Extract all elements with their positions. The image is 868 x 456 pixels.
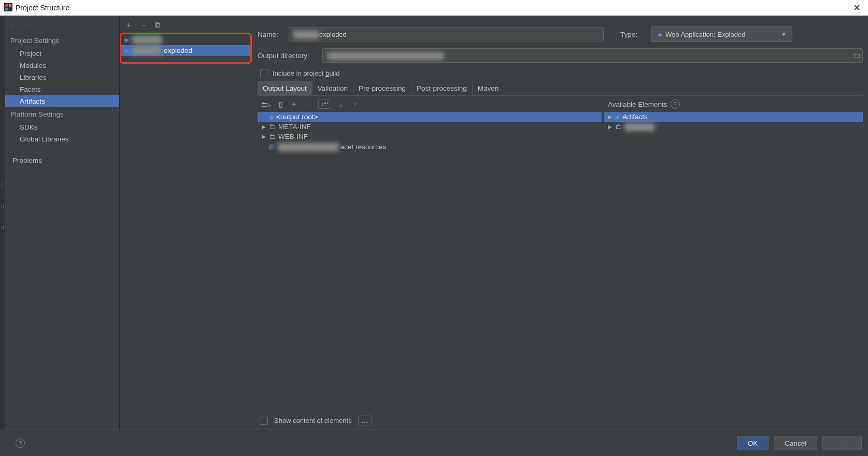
- tab-output-layout[interactable]: Output Layout: [258, 81, 312, 95]
- name-label: Name:: [258, 31, 283, 38]
- window-title: Project Structure: [16, 4, 69, 12]
- svg-rect-2: [9, 4, 11, 7]
- svg-rect-1: [5, 4, 8, 7]
- sort-icon[interactable]: ↓ᵃᶻ: [318, 99, 331, 109]
- sidebar-item-global-libraries[interactable]: Global Libraries: [5, 133, 119, 145]
- output-dir-label: Output directory:: [258, 52, 317, 60]
- project-settings-heading: Project Settings: [5, 34, 119, 48]
- svg-rect-3: [5, 8, 8, 10]
- sidebar-item-problems[interactable]: Problems: [5, 154, 119, 166]
- web-facet-icon: ▦: [269, 142, 276, 151]
- move-down-icon[interactable]: ▼: [351, 100, 360, 108]
- chevron-right-icon[interactable]: ▶: [607, 124, 613, 130]
- new-folder-icon[interactable]: 🗀₊: [260, 100, 273, 108]
- artifact-tabs: Output Layout Validation Pre-processing …: [258, 81, 863, 96]
- apply-button[interactable]: Apply: [822, 436, 862, 450]
- tab-maven[interactable]: Maven: [473, 81, 505, 95]
- available-module-node[interactable]: ▶ 🗀 ██████: [604, 122, 863, 132]
- platform-settings-heading: Platform Settings: [5, 107, 119, 121]
- artifact-icon: ◈: [124, 36, 129, 44]
- output-root-icon: ◈: [269, 113, 274, 121]
- tab-preprocessing[interactable]: Pre-processing: [353, 81, 411, 95]
- chevron-right-icon[interactable]: ▶: [261, 134, 267, 139]
- name-input[interactable]: █████exploded: [289, 27, 604, 41]
- sidebar-item-facets[interactable]: Facets: [5, 83, 119, 95]
- include-build-label: Include in project build: [273, 69, 339, 77]
- nav-forward-icon[interactable]: →: [23, 21, 30, 30]
- sidebar-item-sdks[interactable]: SDKs: [5, 121, 119, 133]
- ok-button[interactable]: OK: [737, 436, 769, 450]
- sidebar-item-libraries[interactable]: Libraries: [5, 72, 119, 83]
- tree-web-inf[interactable]: ▶ 🗀 WEB-INF: [258, 132, 602, 141]
- move-up-icon[interactable]: ▲: [336, 100, 346, 108]
- include-build-checkbox[interactable]: [260, 69, 268, 77]
- available-artifacts-node[interactable]: ▶ ◈ Artifacts: [604, 112, 863, 122]
- new-archive-icon[interactable]: ▯: [278, 100, 284, 108]
- tree-meta-inf[interactable]: ▶ 🗀 META-INF: [258, 122, 602, 132]
- tree-output-root[interactable]: ◈ <output root>: [258, 112, 602, 122]
- artifacts-list-panel: ＋ － ⧉ ◈ ██████ ◈ ██████ exploded: [120, 16, 252, 430]
- type-dropdown[interactable]: ◈ Web Application: Exploded ▼: [651, 26, 792, 42]
- show-content-options-button[interactable]: …: [358, 416, 372, 425]
- footer-help-icon[interactable]: ?: [16, 438, 25, 448]
- add-copy-icon[interactable]: ＋: [289, 99, 298, 109]
- left-gutter: c h d: [0, 16, 5, 430]
- tab-postprocessing[interactable]: Post-processing: [411, 81, 473, 95]
- app-logo-icon: [4, 3, 12, 13]
- copy-icon[interactable]: ⧉: [155, 20, 161, 30]
- sidebar-item-modules[interactable]: Modules: [5, 60, 119, 72]
- close-icon[interactable]: ✕: [850, 2, 864, 13]
- remove-icon[interactable]: －: [140, 20, 148, 30]
- browse-folder-icon[interactable]: 🗀: [853, 51, 860, 59]
- artifact-icon: ◈: [615, 113, 620, 121]
- module-icon: 🗀: [615, 123, 622, 131]
- artifact-details: Name: █████exploded Type: ◈ Web Applicat…: [252, 16, 868, 430]
- type-label: Type:: [620, 31, 646, 38]
- tab-validation[interactable]: Validation: [312, 81, 353, 95]
- dialog-footer: ? OK Cancel Apply: [0, 430, 868, 456]
- settings-sidebar: ← → Project Settings Project Modules Lib…: [5, 16, 120, 430]
- output-layout-tree: 🗀₊ ▯ ＋ － ↓ᵃᶻ ▲ ▼ ◈ <output root>: [258, 96, 602, 411]
- sidebar-item-artifacts[interactable]: Artifacts: [5, 95, 119, 107]
- folder-icon: 🗀: [269, 133, 276, 140]
- artifacts-toolbar: ＋ － ⧉: [120, 16, 252, 34]
- show-content-label: Show content of elements: [274, 417, 352, 424]
- available-elements-title: Available Elements: [608, 101, 667, 108]
- artifact-entry-1[interactable]: ◈ ██████ exploded: [120, 45, 252, 56]
- artifact-type-icon: ◈: [657, 31, 662, 38]
- chevron-down-icon: ▼: [781, 31, 787, 37]
- show-content-checkbox[interactable]: [260, 417, 268, 425]
- available-elements-pane: Available Elements ? ▶ ◈ Artifacts ▶ 🗀 █…: [604, 96, 863, 411]
- artifact-entry-0[interactable]: ◈ ██████: [120, 34, 252, 45]
- help-icon[interactable]: ?: [671, 99, 680, 109]
- folder-icon: 🗀: [269, 123, 276, 131]
- chevron-right-icon[interactable]: ▶: [261, 124, 267, 130]
- cancel-button[interactable]: Cancel: [774, 436, 817, 450]
- tree-facet-resources[interactable]: ▦ ████████████acet resources: [258, 141, 602, 152]
- output-dir-input[interactable]: ████████████████████████ 🗀: [322, 48, 863, 63]
- nav-back-icon[interactable]: ←: [9, 21, 17, 30]
- add-icon[interactable]: ＋: [125, 20, 133, 30]
- sidebar-item-project[interactable]: Project: [5, 48, 119, 60]
- chevron-right-icon[interactable]: ▶: [607, 114, 613, 120]
- remove-item-icon[interactable]: －: [304, 99, 313, 109]
- artifact-icon: ◈: [124, 47, 129, 54]
- titlebar: Project Structure ✕: [0, 0, 868, 16]
